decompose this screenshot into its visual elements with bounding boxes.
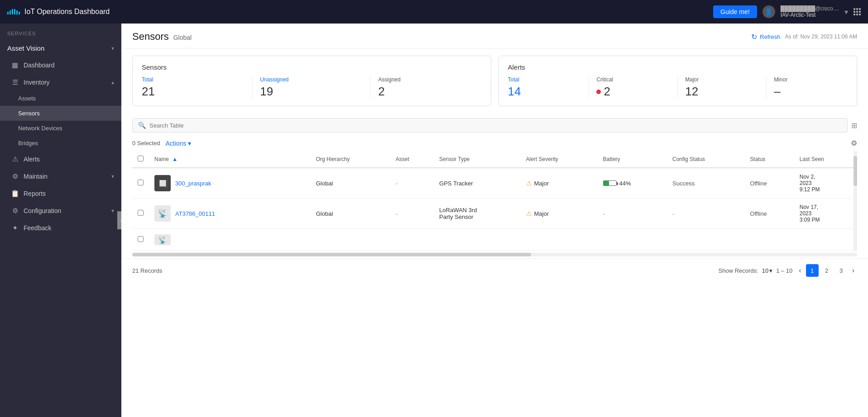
row3-checkbox[interactable] (138, 236, 144, 242)
horiz-thumb (132, 253, 531, 256)
row2-name-link[interactable]: AT3786_00111 (175, 210, 215, 217)
sidebar-asset-vision[interactable]: Asset Vision ▾ (0, 40, 121, 57)
name-sort-arrow: ▲ (172, 156, 177, 162)
th-last-seen[interactable]: Last Seen (794, 151, 857, 168)
th-config-status[interactable]: Config Status (667, 151, 744, 168)
sensors-unassigned-value: 19 (260, 85, 363, 99)
user-account: IAV-Arctic-Test (781, 12, 839, 18)
table-header: Name ▲ Org Hierarchy Asset Sensor Type A… (132, 151, 857, 168)
filter-button[interactable]: ⊞ (851, 121, 857, 130)
sidebar-item-alerts[interactable]: ⚠ Alerts (0, 151, 121, 168)
row1-battery-wrapper: 44% (603, 180, 662, 187)
configuration-label: Configuration (24, 207, 107, 214)
page-header: Sensors Global ↻ Refresh As of: Nov 29, … (121, 24, 868, 48)
row2-config-status: - (667, 199, 744, 229)
th-org-hierarchy[interactable]: Org Hierarchy (311, 151, 390, 168)
bridges-label: Bridges (18, 140, 38, 147)
maintain-icon: ⚙ (11, 172, 19, 180)
th-alert-severity[interactable]: Alert Severity (521, 151, 598, 168)
guide-me-button[interactable]: Guide me! (713, 5, 757, 18)
sidebar-item-network-devices[interactable]: Network Devices (0, 121, 121, 136)
search-row: 🔍 ⊞ (121, 114, 868, 137)
row3-sensor-icon: 📡 (154, 234, 171, 245)
sensors-total-label: Total (142, 76, 245, 83)
row2-checkbox[interactable] (138, 210, 144, 216)
sensors-table: Name ▲ Org Hierarchy Asset Sensor Type A… (132, 151, 857, 251)
row2-alert-severity: ⚠ Major (521, 199, 598, 229)
inventory-icon: ☰ (11, 78, 19, 86)
records-count: 21 Records (132, 267, 162, 274)
sidebar-item-sensors[interactable]: Sensors (0, 106, 121, 121)
pagination-right: Show Records: 10 ▾ 1 – 10 ‹ 1 2 3 › (719, 264, 857, 277)
page-subtitle: Global (173, 34, 192, 41)
row1-checkbox[interactable] (138, 180, 144, 185)
table-settings-button[interactable]: ⚙ (851, 139, 857, 147)
actions-button[interactable]: Actions ▾ (165, 140, 191, 147)
sidebar-item-assets[interactable]: Assets (0, 91, 121, 106)
refresh-area[interactable]: ↻ Refresh As of: Nov 29, 2023 11:06 AM (751, 33, 857, 41)
asset-vision-chevron: ▾ (111, 45, 114, 52)
refresh-label: Refresh (760, 33, 781, 40)
page-numbers: ‹ 1 2 3 › (796, 264, 857, 277)
title-area: Sensors Global (132, 31, 192, 43)
row2-org: Global (311, 199, 390, 229)
apps-grid-icon[interactable] (854, 8, 861, 15)
alerts-total-stat: Total 14 (508, 76, 590, 99)
sidebar-item-feedback[interactable]: ✦ Feedback (0, 219, 121, 237)
prev-page-button[interactable]: ‹ (796, 265, 804, 275)
page-num-3[interactable]: 3 (835, 264, 848, 277)
page-num-2[interactable]: 2 (820, 264, 833, 277)
sidebar-item-dashboard[interactable]: ▦ Dashboard (0, 57, 121, 74)
brand-area: IoT Operations Dashboard (7, 8, 713, 16)
row1-sensor-icon: 🔲 (154, 175, 171, 191)
sidebar-item-inventory[interactable]: ☰ Inventory ▴ (0, 74, 121, 91)
row2-alert-badge: ⚠ Major (526, 210, 592, 217)
account-chevron[interactable]: ▾ (844, 8, 848, 16)
row1-battery: 44% (598, 168, 667, 199)
table-row: 📡 (132, 229, 857, 251)
horizontal-scrollbar[interactable] (132, 253, 857, 256)
sensors-assigned-value: 2 (378, 85, 481, 99)
select-all-checkbox[interactable] (138, 156, 144, 161)
alerts-icon: ⚠ (11, 155, 19, 163)
actions-left: 0 Selected Actions ▾ (132, 140, 191, 147)
sidebar-collapse-handle[interactable]: ‹ (117, 211, 121, 229)
page-num-1[interactable]: 1 (806, 264, 819, 277)
sensors-summary-card: Sensors Total 21 Unassigned 19 Assigned … (132, 56, 491, 106)
table-body: 🔲 300_prasprak Global - GPS Tracker ⚠ M (132, 168, 857, 251)
main-content: Sensors Global ↻ Refresh As of: Nov 29, … (121, 24, 868, 417)
row1-battery-pct: 44% (619, 180, 631, 187)
row2-sensor-icon: 📡 (154, 205, 171, 222)
row2-alert-icon: ⚠ (526, 210, 532, 217)
next-page-button[interactable]: › (849, 265, 857, 275)
sensors-label: Sensors (18, 110, 40, 117)
row2-name-wrapper: 📡 AT3786_00111 (154, 205, 305, 222)
sidebar-item-maintain[interactable]: ⚙ Maintain ▾ (0, 168, 121, 185)
network-devices-label: Network Devices (18, 125, 62, 132)
th-battery[interactable]: Battery (598, 151, 667, 168)
row2-battery: - (598, 199, 667, 229)
row2-last-seen: Nov 17,20233:09 PM (794, 199, 857, 229)
services-label: SERVICES (0, 24, 121, 40)
th-sensor-type[interactable]: Sensor Type (434, 151, 520, 168)
th-asset[interactable]: Asset (390, 151, 434, 168)
app-title: IoT Operations Dashboard (24, 8, 110, 16)
search-bar: 🔍 (132, 118, 848, 133)
main-layout: SERVICES Asset Vision ▾ ▦ Dashboard ☰ In… (0, 24, 868, 417)
sensors-assigned-stat: Assigned 2 (378, 76, 481, 99)
row1-name-link[interactable]: 300_prasprak (175, 180, 211, 187)
alerts-major-value: 12 (685, 85, 759, 99)
sidebar-item-configuration[interactable]: ⚙ Configuration ▾ (0, 202, 121, 219)
vertical-scrollbar[interactable] (854, 151, 857, 251)
alerts-critical-value: 2 (596, 85, 670, 99)
show-records-selector[interactable]: 10 ▾ (762, 267, 772, 274)
row2-name-cell: 📡 AT3786_00111 (149, 199, 311, 229)
search-input[interactable] (149, 122, 842, 129)
row3-checkbox-cell (132, 229, 149, 251)
user-info: █████████@cisco.... IAV-Arctic-Test (781, 5, 839, 18)
row1-alert-badge: ⚠ Major (526, 180, 592, 187)
th-status[interactable]: Status (744, 151, 794, 168)
th-name[interactable]: Name ▲ (149, 151, 311, 168)
sidebar-item-reports[interactable]: 📋 Reports (0, 185, 121, 202)
sidebar-item-bridges[interactable]: Bridges (0, 136, 121, 151)
